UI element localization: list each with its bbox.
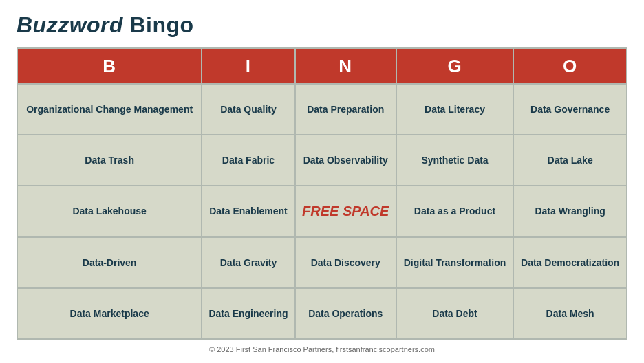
header-row: BINGO	[17, 48, 627, 84]
bingo-cell-r5-c4: Data Debt	[396, 288, 513, 339]
bingo-cell-r4-c1: Data-Driven	[17, 237, 202, 288]
bingo-cell-r2-c2: Data Fabric	[202, 135, 294, 186]
bingo-cell-r4-c2: Data Gravity	[202, 237, 294, 288]
bingo-cell-r3-c5: Data Wrangling	[513, 186, 627, 236]
bingo-cell-r2-c5: Data Lake	[513, 135, 627, 186]
bingo-cell-r5-c2: Data Engineering	[202, 288, 294, 339]
page-title: Buzzword Bingo	[17, 12, 627, 38]
column-header-b: B	[17, 48, 202, 84]
bingo-cell-r4-c4: Digital Transformation	[396, 237, 513, 288]
bingo-cell-r1-c3: Data Preparation	[295, 84, 396, 135]
footer-text: © 2023 First San Francisco Partners, fir…	[17, 345, 627, 356]
bingo-row-3: Data LakehouseData EnablementFREE SPACED…	[17, 186, 627, 236]
bingo-cell-r3-c2: Data Enablement	[202, 186, 294, 236]
bingo-row-1: Organizational Change ManagementData Qua…	[17, 84, 627, 135]
bingo-row-4: Data-DrivenData GravityData DiscoveryDig…	[17, 237, 627, 288]
bingo-cell-r1-c5: Data Governance	[513, 84, 627, 135]
bingo-cell-r2-c4: Synthetic Data	[396, 135, 513, 186]
column-header-n: N	[295, 48, 396, 84]
bingo-cell-r5-c1: Data Marketplace	[17, 288, 202, 339]
column-header-o: O	[513, 48, 627, 84]
bingo-cell-r1-c4: Data Literacy	[396, 84, 513, 135]
bingo-grid: BINGO Organizational Change ManagementDa…	[17, 47, 627, 340]
bingo-cell-r3-c1: Data Lakehouse	[17, 186, 202, 236]
bingo-cell-r3-c3: FREE SPACE	[295, 186, 396, 236]
column-header-i: I	[202, 48, 294, 84]
bingo-cell-r3-c4: Data as a Product	[396, 186, 513, 236]
bingo-cell-r4-c5: Data Democratization	[513, 237, 627, 288]
bingo-cell-r4-c3: Data Discovery	[295, 237, 396, 288]
bingo-cell-r2-c3: Data Observability	[295, 135, 396, 186]
bingo-row-5: Data MarketplaceData EngineeringData Ope…	[17, 288, 627, 339]
column-header-g: G	[396, 48, 513, 84]
bingo-cell-r1-c1: Organizational Change Management	[17, 84, 202, 135]
bingo-cell-r2-c1: Data Trash	[17, 135, 202, 186]
bingo-cell-r5-c3: Data Operations	[295, 288, 396, 339]
bingo-cell-r5-c5: Data Mesh	[513, 288, 627, 339]
bingo-row-2: Data TrashData FabricData ObservabilityS…	[17, 135, 627, 186]
bingo-cell-r1-c2: Data Quality	[202, 84, 294, 135]
